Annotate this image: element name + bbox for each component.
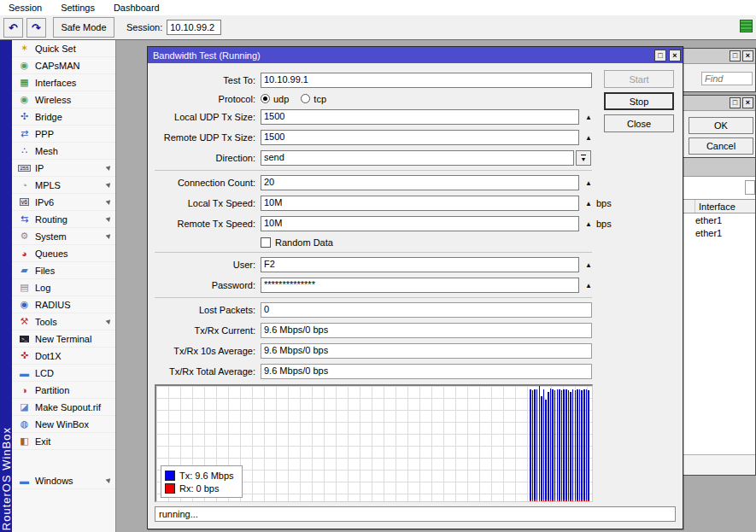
sidebar-item-label: RADIUS [35,300,115,310]
close-icon[interactable]: × [669,50,681,61]
safe-mode-button[interactable]: Safe Mode [53,17,114,38]
sidebar-item-radius[interactable]: RADIUS [12,296,115,313]
sidebar-item-log[interactable]: Log [12,279,115,296]
dropdown-button[interactable]: ▼ [576,150,591,166]
sidebar-item-quick-set[interactable]: Quick Set [12,40,115,57]
interface-table-header[interactable]: Interface [682,199,755,213]
field-row: Password:**************▲ [153,275,683,295]
field-remote-udp-tx-size-input[interactable]: 1500 [261,130,579,145]
sidebar-item-ppp[interactable]: PPP [12,126,115,143]
maximize-icon[interactable]: □ [654,50,666,61]
spinner-up-icon[interactable]: ▲ [585,261,592,269]
find-input[interactable] [701,72,753,85]
mpls-icon [18,179,31,190]
spinner-up-icon[interactable]: ▲ [585,220,592,228]
background-window-confirm: □ × OK Cancel [681,95,756,158]
field-row: User:F2▲ [153,254,683,275]
ok-button[interactable]: OK [689,117,753,134]
tx-bar [536,389,538,501]
close-icon[interactable]: × [742,97,753,108]
sidebar-item-label: Wireless [35,95,115,105]
sidebar-item-mpls[interactable]: MPLS [12,177,115,194]
sidebar-item-new-terminal[interactable]: New Terminal [12,330,115,348]
undo-button[interactable]: ↶ [3,18,23,38]
unit-suffix: bps [596,198,612,208]
random-data-checkbox[interactable] [261,237,271,248]
sidebar-item-routing[interactable]: Routing [12,211,115,228]
sidebar-item-mesh[interactable]: Mesh [12,143,115,160]
interface-column-header[interactable]: Interface [695,202,735,212]
workspace: RouterOS WinBox Quick SetCAPsMANInterfac… [0,39,756,532]
tx-bar [570,392,571,501]
menu-item-settings[interactable]: Settings [57,3,103,13]
field-password-input[interactable]: ************** [261,278,579,293]
field-lost-packets-value: 0 [261,302,592,318]
close-button[interactable]: Close [604,114,674,132]
ip-icon [18,162,31,173]
sidebar-item-new-winbox[interactable]: New WinBox [12,416,115,433]
field-label: Direction: [153,153,255,163]
find-box-partial[interactable] [745,180,755,195]
menu-item-session[interactable]: Session [5,3,50,13]
sidebar-item-interfaces[interactable]: Interfaces [12,74,115,91]
sidebar-item-lcd[interactable]: LCD [12,365,115,382]
field-local-udp-tx-size-input[interactable]: 1500 [261,109,579,125]
redo-button[interactable]: ↷ [26,18,46,38]
table-row[interactable]: ether1 [682,213,755,226]
field-connection-count-input[interactable]: 20 [261,175,579,190]
field-test-to-input[interactable]: 10.10.99.1 [261,73,592,88]
sidebar-item-system[interactable]: System [12,228,115,245]
tx-bar [572,389,574,501]
spinner-up-icon[interactable]: ▲ [585,114,592,121]
menu-item-dashboard[interactable]: Dashboard [110,3,168,13]
field-direction-input[interactable]: send [261,150,574,166]
sidebar-item-windows[interactable]: Windows [12,472,115,489]
tx-bar [583,389,585,501]
dot1x-icon [18,350,31,361]
tx-bar [557,389,559,501]
session-input[interactable] [167,20,221,35]
spinner-up-icon[interactable]: ▲ [585,134,592,142]
spinner-up-icon[interactable]: ▲ [585,179,592,187]
field-row: Local UDP Tx Size:1500▲ [153,107,683,127]
spinner-up-icon[interactable]: ▲ [585,282,592,289]
sidebar-item-label: Routing [35,214,115,225]
sidebar-item-capsman[interactable]: CAPsMAN [12,57,115,74]
sidebar-item-ip[interactable]: IP [12,160,115,177]
sidebar-item-make-supout-rif[interactable]: Make Supout.rif [12,399,115,416]
close-icon[interactable]: × [742,50,753,61]
spinner-up-icon[interactable]: ▲ [585,200,592,208]
radio-tcp[interactable] [301,94,310,103]
table-row[interactable]: ether1 [682,226,755,239]
sidebar-item-exit[interactable]: Exit [12,433,115,450]
stop-button[interactable]: Stop [604,92,674,110]
tools-icon [18,316,31,327]
sidebar-item-partition[interactable]: Partition [12,382,115,399]
system-icon [18,231,31,242]
sidebar-item-bridge[interactable]: Bridge [12,108,115,126]
maximize-icon[interactable]: □ [730,50,741,61]
sidebar-item-files[interactable]: Files [12,262,115,279]
start-button[interactable]: Start [604,70,674,88]
radio-label-tcp: tcp [314,94,326,104]
field-row: Random Data [153,234,683,250]
radio-udp[interactable] [261,94,270,103]
cancel-button[interactable]: Cancel [689,137,753,155]
tx-bar [554,390,556,501]
field-user-input[interactable]: F2 [261,257,579,272]
wireless-icon [18,94,31,105]
sidebar-item-dot1x[interactable]: Dot1X [12,348,115,365]
sidebar-item-wireless[interactable]: Wireless [12,91,115,108]
interface-table-body: ether1ether1 [682,213,755,454]
wand-icon [18,43,31,54]
legend-label: Rx: 0 bps [179,483,219,494]
sidebar-item-ipv6[interactable]: IPv6 [12,194,115,211]
field-local-tx-speed-input[interactable]: 10M [261,196,579,211]
sidebar-item-queues[interactable]: Queues [12,245,115,262]
maximize-icon[interactable]: □ [730,97,741,108]
tx-bar [579,389,581,501]
sidebar-item-label: IP [35,163,115,173]
field-remote-tx-speed-input[interactable]: 10M [261,216,579,231]
sidebar-item-tools[interactable]: Tools [12,313,115,330]
dialog-titlebar[interactable]: Bandwidth Test (Running) □ × [148,47,683,63]
